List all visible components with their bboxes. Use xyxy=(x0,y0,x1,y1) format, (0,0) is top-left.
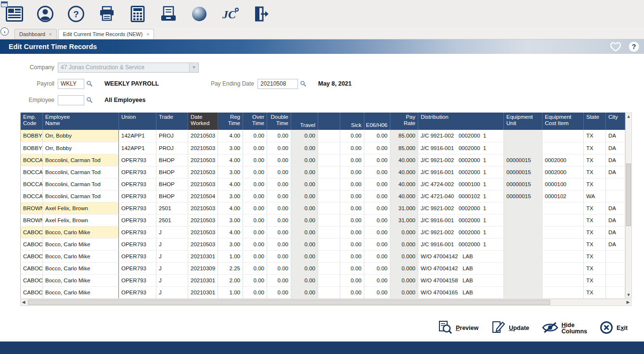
cell-spacer[interactable] xyxy=(318,142,340,154)
cell-reg_time[interactable]: 3.00 xyxy=(218,166,243,178)
cell-travel[interactable]: 0.00 xyxy=(291,226,318,238)
cell-sick[interactable]: 0.00 xyxy=(340,190,364,202)
cell-emp_code[interactable]: BROWN xyxy=(21,202,43,214)
cell-spacer[interactable] xyxy=(318,238,340,250)
record-row[interactable]: BROWNAxel Felix, BrownOPER79325012021050… xyxy=(21,202,625,214)
cell-sick[interactable]: 0.00 xyxy=(340,274,364,286)
cell-travel[interactable]: 0.00 xyxy=(291,274,318,286)
cell-pay_rate[interactable]: 40.000 xyxy=(390,190,418,202)
cell-city[interactable] xyxy=(606,250,625,262)
cell-name[interactable]: Bocco, Carlo Mike xyxy=(43,250,119,262)
vertical-scroll-thumb[interactable] xyxy=(626,164,631,226)
cell-pay_rate[interactable]: 0.000 xyxy=(390,286,418,298)
company-select[interactable]: 47 Jonas Construction & Service ▼ xyxy=(58,63,199,73)
cell-equipment_unit[interactable] xyxy=(504,226,542,238)
collapse-panel-button[interactable]: ‹ xyxy=(0,27,9,36)
cell-emp_code[interactable]: CABOC xyxy=(21,250,43,262)
cell-city[interactable]: DA xyxy=(606,142,625,154)
cell-equipment_cost_item[interactable] xyxy=(542,262,584,274)
scroll-up-arrow-icon[interactable]: ▲ xyxy=(626,113,631,119)
jc-logo-icon[interactable]: JC xyxy=(220,4,240,24)
cell-emp_code[interactable]: CABOC xyxy=(21,238,43,250)
cell-city[interactable] xyxy=(606,286,625,298)
column-header-spacer[interactable] xyxy=(318,113,340,130)
cell-reg_time[interactable]: 4.00 xyxy=(218,154,243,166)
cell-union[interactable]: OPER793 xyxy=(119,262,156,274)
cell-travel[interactable]: 0.00 xyxy=(291,190,318,202)
cell-equipment_cost_item[interactable] xyxy=(542,202,584,214)
cell-date_worked[interactable]: 20210503 xyxy=(188,178,218,190)
cell-name[interactable]: Bocco, Carlo Mike xyxy=(43,262,119,274)
cell-city[interactable] xyxy=(606,274,625,286)
cell-e06_h06[interactable]: 0.00 xyxy=(364,286,390,298)
cell-equipment_cost_item[interactable]: 0000100 xyxy=(542,178,584,190)
cell-pay_rate[interactable]: 31.000 xyxy=(390,202,418,214)
update-button[interactable]: Update xyxy=(491,320,529,336)
cell-trade[interactable]: J xyxy=(156,274,188,286)
cell-sick[interactable]: 0.00 xyxy=(340,226,364,238)
cell-pay_rate[interactable]: 31.000 xyxy=(390,214,418,226)
record-row[interactable]: BOBBYOrr, Bobby142APP1PROJ202105034.000.… xyxy=(21,130,625,142)
cell-trade[interactable]: 2501 xyxy=(156,214,188,226)
cell-equipment_unit[interactable] xyxy=(504,142,542,154)
cell-reg_time[interactable]: 4.00 xyxy=(218,178,243,190)
cell-state[interactable]: TX xyxy=(584,226,606,238)
cell-equipment_unit[interactable] xyxy=(504,274,542,286)
cell-emp_code[interactable]: CABOC xyxy=(21,226,43,238)
cell-travel[interactable]: 0.00 xyxy=(291,130,318,142)
cell-over_time[interactable]: 0.00 xyxy=(243,274,267,286)
cell-distribution[interactable]: W/O 47004158 LAB xyxy=(418,274,504,286)
cell-equipment_cost_item[interactable] xyxy=(542,286,584,298)
cell-double_time[interactable]: 0.00 xyxy=(267,262,291,274)
cell-travel[interactable]: 0.00 xyxy=(291,250,318,262)
cell-trade[interactable]: J xyxy=(156,250,188,262)
cell-emp_code[interactable]: BOCCA xyxy=(21,190,43,202)
cell-date_worked[interactable]: 20210503 xyxy=(188,166,218,178)
cell-pay_rate[interactable]: 85.000 xyxy=(390,130,418,142)
chevron-down-icon[interactable]: ▼ xyxy=(189,63,198,72)
cell-state[interactable]: TX xyxy=(584,142,606,154)
cell-double_time[interactable]: 0.00 xyxy=(267,250,291,262)
cell-state[interactable]: TX xyxy=(584,214,606,226)
cell-reg_time[interactable]: 4.00 xyxy=(218,202,243,214)
cell-reg_time[interactable]: 1.00 xyxy=(218,250,243,262)
column-header-trade[interactable]: Trade xyxy=(156,113,188,130)
cell-spacer[interactable] xyxy=(318,166,340,178)
column-header-pay_rate[interactable]: PayRate xyxy=(390,113,418,130)
cell-travel[interactable]: 0.00 xyxy=(291,262,318,274)
cell-date_worked[interactable]: 20210301 xyxy=(188,274,218,286)
cell-sick[interactable]: 0.00 xyxy=(340,238,364,250)
cell-union[interactable]: OPER793 xyxy=(119,214,156,226)
cell-double_time[interactable]: 0.00 xyxy=(267,190,291,202)
cell-name[interactable]: Bocco, Carlo Mike xyxy=(43,286,119,298)
cell-name[interactable]: Boccolini, Carman Tod xyxy=(43,154,119,166)
cell-city[interactable]: DA xyxy=(606,226,625,238)
cell-state[interactable]: TX xyxy=(584,178,606,190)
cell-equipment_cost_item[interactable] xyxy=(542,214,584,226)
cell-spacer[interactable] xyxy=(318,274,340,286)
cell-union[interactable]: 142APP1 xyxy=(119,142,156,154)
cell-pay_rate[interactable]: 0.000 xyxy=(390,274,418,286)
cell-city[interactable]: DA xyxy=(606,154,625,166)
vertical-scrollbar[interactable]: ▲ ▼ xyxy=(625,113,632,298)
cell-state[interactable]: TX xyxy=(584,274,606,286)
cell-sick[interactable]: 0.00 xyxy=(340,142,364,154)
cell-equipment_cost_item[interactable] xyxy=(542,142,584,154)
cell-date_worked[interactable]: 20210503 xyxy=(188,214,218,226)
cell-pay_rate[interactable]: 0.000 xyxy=(390,238,418,250)
cell-state[interactable]: TX xyxy=(584,154,606,166)
cell-double_time[interactable]: 0.00 xyxy=(267,286,291,298)
tab-edit-current-time-records[interactable]: Edit Current Time Records (NEW) × xyxy=(58,29,155,39)
cell-over_time[interactable]: 0.00 xyxy=(243,178,267,190)
cell-reg_time[interactable]: 3.00 xyxy=(218,142,243,154)
cell-date_worked[interactable]: 20210503 xyxy=(188,130,218,142)
cell-state[interactable]: TX xyxy=(584,250,606,262)
cell-double_time[interactable]: 0.00 xyxy=(267,154,291,166)
cell-date_worked[interactable]: 20210309 xyxy=(188,262,218,274)
cell-travel[interactable]: 0.00 xyxy=(291,154,318,166)
cell-state[interactable]: TX xyxy=(584,262,606,274)
cell-emp_code[interactable]: CABOC xyxy=(21,286,43,298)
column-header-union[interactable]: Union xyxy=(119,113,156,130)
cell-city[interactable]: DA xyxy=(606,202,625,214)
cell-trade[interactable]: J xyxy=(156,226,188,238)
